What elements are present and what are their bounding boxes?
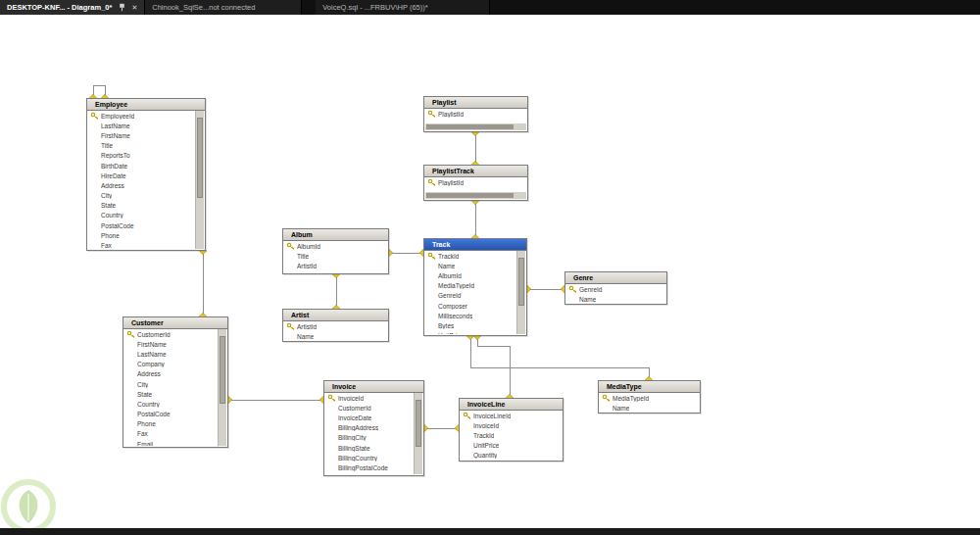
column-row[interactable]: Title xyxy=(284,251,387,261)
horizontal-scrollbar[interactable] xyxy=(425,192,526,199)
column-row[interactable]: HireDate xyxy=(88,170,195,180)
column-row[interactable]: PostalCode xyxy=(88,220,195,230)
entity-table-artist[interactable]: ArtistArtistIdName xyxy=(282,309,389,342)
vertical-scrollbar[interactable] xyxy=(516,251,525,334)
column-row[interactable]: LastName xyxy=(124,349,218,359)
column-row[interactable]: UnitPrice xyxy=(425,331,516,335)
entity-table-invoiceline[interactable]: InvoiceLineInvoiceLineIdInvoiceIdTrackId… xyxy=(459,398,564,462)
column-row[interactable]: Country xyxy=(124,399,218,409)
column-row[interactable]: PlaylistId xyxy=(425,177,526,187)
vertical-scrollbar[interactable] xyxy=(414,393,422,474)
column-row[interactable]: Bytes xyxy=(425,320,516,330)
column-row[interactable]: Composer xyxy=(425,301,516,311)
tab-chinook-connection[interactable]: Chinook_SqlSe...not connected xyxy=(145,0,302,15)
scrollbar-thumb[interactable] xyxy=(518,258,524,306)
column-row[interactable]: Milliseconds xyxy=(425,311,516,320)
column-row[interactable]: EmployeeId xyxy=(88,111,195,121)
column-row[interactable]: Country xyxy=(88,211,195,220)
column-row[interactable]: Total xyxy=(325,473,414,475)
column-row[interactable]: Address xyxy=(88,180,195,190)
column-row[interactable]: ArtistId xyxy=(284,321,387,331)
column-row[interactable]: InvoiceId xyxy=(325,393,414,403)
table-title[interactable]: Customer xyxy=(123,317,227,329)
column-row[interactable]: BillingCountry xyxy=(325,453,414,462)
table-title[interactable]: InvoiceLine xyxy=(460,399,563,411)
column-row[interactable]: FirstName xyxy=(88,130,195,140)
column-row[interactable]: CustomerId xyxy=(124,329,218,339)
scrollbar-thumb[interactable] xyxy=(426,124,514,129)
table-title[interactable]: Playlist xyxy=(424,97,527,109)
column-row[interactable]: ReportsTo xyxy=(88,151,195,161)
column-row[interactable]: TrackId xyxy=(425,251,516,261)
vertical-scrollbar[interactable] xyxy=(218,329,226,446)
horizontal-scrollbar[interactable] xyxy=(425,123,526,130)
table-title[interactable]: Artist xyxy=(283,310,388,321)
column-row[interactable]: CustomerId xyxy=(325,403,414,413)
tab-voiceq-sql[interactable]: VoiceQ.sql - ...FRBUV\HP (65))* xyxy=(316,0,490,15)
column-row[interactable]: FirstName xyxy=(124,339,218,349)
column-row[interactable]: PostalCode xyxy=(124,410,218,419)
column-row[interactable]: AlbumId xyxy=(425,270,516,280)
column-row[interactable]: GenreId xyxy=(425,291,516,301)
entity-table-track[interactable]: TrackTrackIdNameAlbumIdMediaTypeIdGenreI… xyxy=(423,238,527,336)
column-row[interactable]: Fax xyxy=(124,429,218,439)
entity-table-employee[interactable]: EmployeeEmployeeIdLastNameFirstNameTitle… xyxy=(86,98,206,251)
column-row[interactable]: Name xyxy=(284,331,387,340)
column-row[interactable]: City xyxy=(88,191,195,201)
column-row[interactable]: Company xyxy=(124,360,218,369)
entity-table-mediatype[interactable]: MediaTypeMediaTypeIdName xyxy=(598,380,701,413)
column-row[interactable]: Fax xyxy=(88,240,195,249)
column-row[interactable]: Phone xyxy=(88,230,195,240)
table-title[interactable]: Genre xyxy=(565,272,666,284)
column-row[interactable]: Name xyxy=(566,294,665,303)
column-row[interactable]: Name xyxy=(425,261,516,270)
column-row[interactable]: MediaTypeId xyxy=(600,393,699,403)
scrollbar-thumb[interactable] xyxy=(426,193,514,198)
column-row[interactable]: BillingState xyxy=(325,443,414,453)
relationship-track-mediatype[interactable] xyxy=(470,336,649,380)
scrollbar-thumb[interactable] xyxy=(220,336,225,404)
vertical-scrollbar[interactable] xyxy=(195,111,204,249)
entity-table-playlisttrack[interactable]: PlaylistTrackPlaylistId xyxy=(423,165,528,201)
column-row[interactable]: State xyxy=(88,201,195,211)
column-row[interactable]: Email xyxy=(124,439,218,446)
column-row[interactable]: TrackId xyxy=(461,430,562,440)
entity-table-genre[interactable]: GenreGenreIdName xyxy=(564,271,667,305)
entity-table-invoice[interactable]: InvoiceInvoiceIdCustomerIdInvoiceDateBil… xyxy=(323,380,424,476)
column-row[interactable]: Address xyxy=(124,369,218,379)
column-row[interactable]: AlbumId xyxy=(284,241,387,251)
column-row[interactable]: City xyxy=(124,379,218,389)
column-row[interactable]: BillingAddress xyxy=(325,423,414,433)
column-row[interactable]: PlaylistId xyxy=(425,109,526,119)
column-row[interactable]: Quantity xyxy=(461,451,562,460)
entity-table-customer[interactable]: CustomerCustomerIdFirstNameLastNameCompa… xyxy=(122,316,228,448)
column-row[interactable]: InvoiceId xyxy=(461,420,562,430)
column-row[interactable]: MediaTypeId xyxy=(425,281,516,291)
scrollbar-thumb[interactable] xyxy=(416,400,421,447)
table-title[interactable]: Album xyxy=(283,229,388,241)
entity-table-playlist[interactable]: PlaylistPlaylistId xyxy=(423,96,528,132)
close-icon[interactable]: ✕ xyxy=(131,4,137,12)
column-row[interactable]: BillingPostalCode xyxy=(325,462,414,472)
tab-diagram[interactable]: DESKTOP-KNF... - Diagram_0* ✕ xyxy=(0,0,145,15)
column-row[interactable]: InvoiceDate xyxy=(325,413,414,422)
column-row[interactable]: GenreId xyxy=(566,284,665,294)
table-title[interactable]: PlaylistTrack xyxy=(424,166,527,177)
table-title[interactable]: Invoice xyxy=(324,381,423,393)
table-title[interactable]: Track xyxy=(424,239,526,251)
column-row[interactable]: UnitPrice xyxy=(461,441,562,451)
scrollbar-thumb[interactable] xyxy=(197,118,203,198)
column-row[interactable]: ArtistId xyxy=(284,261,387,270)
pin-icon[interactable] xyxy=(119,3,125,12)
column-row[interactable]: Title xyxy=(88,141,195,151)
entity-table-album[interactable]: AlbumAlbumIdTitleArtistId xyxy=(282,228,389,274)
table-title[interactable]: MediaType xyxy=(599,381,700,393)
column-row[interactable]: State xyxy=(124,389,218,399)
column-row[interactable]: LastName xyxy=(88,121,195,130)
column-row[interactable]: InvoiceLineId xyxy=(461,411,562,420)
column-row[interactable]: Phone xyxy=(124,419,218,429)
column-row[interactable]: BirthDate xyxy=(88,161,195,170)
table-title[interactable]: Employee xyxy=(87,99,205,111)
column-row[interactable]: Name xyxy=(600,403,699,412)
column-row[interactable]: BillingCity xyxy=(325,433,414,443)
